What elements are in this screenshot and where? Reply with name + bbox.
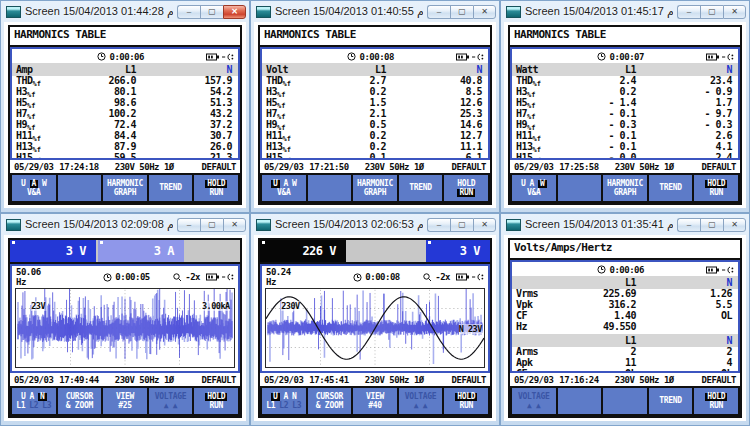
window-controls: – ▢ ✕ <box>427 218 496 232</box>
softkey-hold-run[interactable]: HOLDRUN <box>194 175 238 201</box>
titlebar[interactable]: Screen 15/04/2013 01:45:17 م – ▢ ✕ <box>501 1 749 22</box>
softkey-trend[interactable]: TREND <box>149 175 193 201</box>
softkey-harmonic-graph[interactable]: HARMONICGRAPH <box>353 175 397 201</box>
window-content: HARMONICS TABLE 0:00:07 Watt L1 N THD%f2… <box>504 22 746 208</box>
minimize-button[interactable]: – <box>427 5 450 19</box>
amps-header: L1 N <box>512 334 738 347</box>
close-button[interactable]: ✕ <box>473 218 496 232</box>
clock-icon <box>347 52 356 61</box>
zoom-level: -2x <box>185 272 200 282</box>
softkey-blank[interactable] <box>603 388 647 414</box>
titlebar[interactable]: Screen 15/04/2013 01:44:28 م – ▢ ✕ <box>1 1 249 22</box>
softkey-label: TREND <box>159 184 182 192</box>
softkey-label: HOLD <box>205 393 227 401</box>
measurement-frame: 50.06 Hz 0:00:05 -2x 23V 3.00kA <box>10 264 240 373</box>
neutral-reading: 3 V <box>460 244 480 258</box>
device-screen: 226 V 3 V 50.24 Hz 0:00:08 -2x <box>258 238 492 418</box>
maximize-button[interactable]: ▢ <box>450 218 473 232</box>
info-row: 0:00:07 <box>512 49 738 63</box>
softkey-meter-select[interactable]: UAWV&A <box>512 175 556 201</box>
softkey-label: U <box>21 180 26 188</box>
softkey-meter-select[interactable]: UAWV&A <box>262 175 306 201</box>
softkey-label: W <box>292 180 297 188</box>
softkey-view[interactable]: VIEW#40 <box>353 388 397 414</box>
minimize-button[interactable]: – <box>677 5 700 19</box>
measurement-frame: 0:00:08 Volt L1 N THD%f2.740.8H3%f0.28.5… <box>260 47 490 160</box>
softkey-label: VIEW <box>366 393 384 401</box>
status-profile: DEFAULT <box>452 375 486 385</box>
status-profile: DEFAULT <box>202 375 236 385</box>
softkey-harmonic-graph[interactable]: HARMONICGRAPH <box>103 175 147 201</box>
phase-label: L1 <box>78 64 136 75</box>
maximize-button[interactable]: ▢ <box>200 5 223 19</box>
app-icon <box>6 6 21 18</box>
neutral-label: N <box>136 64 234 75</box>
softkey-label: HARMONIC <box>107 180 143 188</box>
maximize-button[interactable]: ▢ <box>700 218 723 232</box>
softkey-hold-run[interactable]: HOLDRUN <box>694 388 738 414</box>
softkey-label: VOLTAGE <box>518 393 550 401</box>
softkey-voltage-range[interactable]: VOLTAGE▲ ▲ <box>399 388 443 414</box>
status-config: 230V 50Hz 1Ø <box>615 375 674 385</box>
softkey-meter-select[interactable]: UAWV&A <box>12 175 56 201</box>
info-row: 50.24 Hz 0:00:08 -2x <box>262 266 488 287</box>
maximize-button[interactable]: ▢ <box>700 5 723 19</box>
scale-label-left: 230V <box>281 301 299 311</box>
window-title: Screen 15/04/2013 01:35:41 م <box>525 218 673 231</box>
softkey-trend[interactable]: TREND <box>649 388 693 414</box>
close-button[interactable]: ✕ <box>723 218 746 232</box>
elapsed-time: 0:00:08 <box>365 272 399 282</box>
softkey-channel-select[interactable]: UANL1L2L3 <box>12 388 56 414</box>
titlebar[interactable]: Screen 15/04/2013 01:40:55 م – ▢ ✕ <box>251 1 499 22</box>
softkey-hold-run[interactable]: HOLDRUN <box>194 388 238 414</box>
battery-icon <box>456 53 469 61</box>
softkey-trend[interactable]: TREND <box>649 175 693 201</box>
softkey-voltage-range[interactable]: VOLTAGE▲ ▲ <box>149 388 193 414</box>
power-plug-icon <box>722 266 734 274</box>
measurement-frame: 0:00:06 Amp L1 N THD%f266.0157.9H3%f80.1… <box>10 47 240 160</box>
softkey-label: U <box>21 393 26 401</box>
status-profile: DEFAULT <box>452 162 486 172</box>
softkey-harmonic-graph[interactable]: HARMONICGRAPH <box>603 175 647 201</box>
titlebar[interactable]: Screen 15/04/2013 02:06:53 م – ▢ ✕ <box>251 214 499 235</box>
close-button[interactable]: ✕ <box>723 5 746 19</box>
status-row: 05/29/03 17:45:41 230V 50Hz 1Ø DEFAULT <box>260 373 490 386</box>
table-row: H15%f0.16.1 <box>266 153 484 160</box>
status-profile: DEFAULT <box>702 375 736 385</box>
softkey-cursor-zoom[interactable]: CURSOR& ZOOM <box>58 388 102 414</box>
softkey-blank[interactable] <box>308 175 352 201</box>
softkey-cursor-zoom[interactable]: CURSOR& ZOOM <box>308 388 352 414</box>
softkey-label: RUN <box>457 189 475 197</box>
softkey-blank[interactable] <box>58 175 102 201</box>
softkey-label: ▲ ▲ <box>414 402 428 410</box>
minimize-button[interactable]: – <box>177 218 200 232</box>
softkey-view[interactable]: VIEW#25 <box>103 388 147 414</box>
softkey-blank[interactable] <box>558 175 602 201</box>
softkey-trend[interactable]: TREND <box>399 175 443 201</box>
window-content: 226 V 3 V 50.24 Hz 0:00:08 -2x <box>254 235 496 421</box>
softkey-channel-select[interactable]: UANL1L2L3 <box>262 388 306 414</box>
status-date: 05/29/03 <box>264 375 303 385</box>
app-icon <box>6 219 21 231</box>
screen-heading: HARMONICS TABLE <box>510 27 740 47</box>
titlebar[interactable]: Screen 15/04/2013 01:35:41 م – ▢ ✕ <box>501 214 749 235</box>
softkey-blank[interactable] <box>558 388 602 414</box>
status-row: 05/29/03 17:25:58 230V 50Hz 1Ø DEFAULT <box>510 160 740 173</box>
softkey-hold-run[interactable]: HOLDRUN <box>444 388 488 414</box>
softkey-label: CURSOR <box>316 393 343 401</box>
close-button[interactable]: ✕ <box>473 5 496 19</box>
maximize-button[interactable]: ▢ <box>450 5 473 19</box>
softkey-hold-run[interactable]: HOLDRUN <box>694 175 738 201</box>
screen-heading: Volts/Amps/Hertz <box>510 240 740 260</box>
power-plug-icon <box>472 273 484 281</box>
close-button[interactable]: ✕ <box>223 5 246 19</box>
current-reading: 3 A <box>154 244 174 258</box>
minimize-button[interactable]: – <box>427 218 450 232</box>
close-button[interactable]: ✕ <box>223 218 246 232</box>
maximize-button[interactable]: ▢ <box>200 218 223 232</box>
minimize-button[interactable]: – <box>177 5 200 19</box>
softkey-hold-run[interactable]: HOLDRUN <box>444 175 488 201</box>
softkey-voltage-range[interactable]: VOLTAGE▲ ▲ <box>512 388 556 414</box>
minimize-button[interactable]: – <box>677 218 700 232</box>
titlebar[interactable]: Screen 15/04/2013 02:09:08 م – ▢ ✕ <box>1 214 249 235</box>
